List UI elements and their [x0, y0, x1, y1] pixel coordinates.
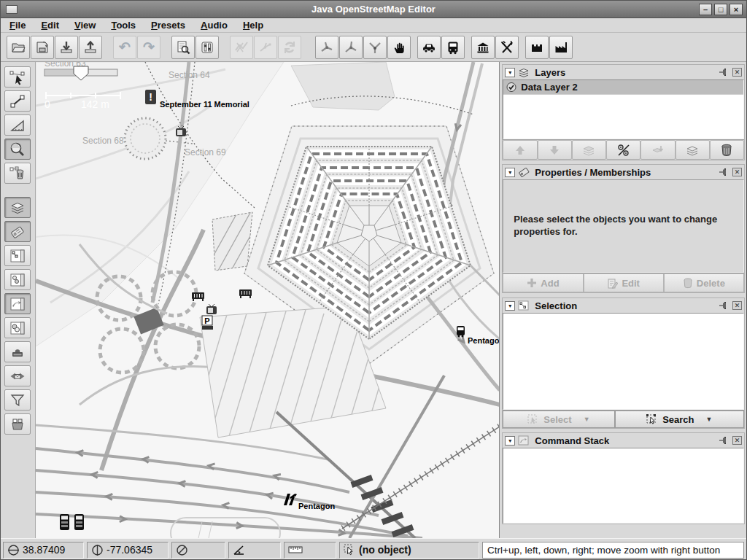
- changeset-panel-toggle[interactable]: [4, 413, 31, 435]
- download-button[interactable]: [55, 36, 78, 59]
- merge-node-button[interactable]: [363, 36, 387, 59]
- download-icon: [58, 39, 74, 55]
- collapse-icon[interactable]: ▾: [505, 68, 515, 77]
- map-styles-panel-toggle[interactable]: [4, 317, 31, 338]
- close-icon[interactable]: ✕: [732, 301, 742, 310]
- undo-button[interactable]: ↶: [113, 36, 136, 59]
- map-canvas[interactable]: Section 63 Section 64 Section 68 Section…: [36, 62, 499, 538]
- split-node-button[interactable]: [339, 36, 363, 59]
- properties-toolbar: Add Edit Delete: [503, 273, 744, 292]
- delete-tool[interactable]: [4, 163, 31, 184]
- dropdown-arrow-icon: ▼: [706, 416, 713, 423]
- window-title: Java OpenStreetMap Editor: [1, 4, 746, 15]
- menu-tools[interactable]: Tools: [111, 20, 136, 31]
- draw-node-tool[interactable]: [4, 90, 31, 112]
- menu-view[interactable]: View: [74, 20, 96, 31]
- close-icon[interactable]: ✕: [732, 68, 742, 77]
- menu-file[interactable]: File: [9, 20, 26, 31]
- works-preset-button[interactable]: [549, 36, 573, 59]
- save-button[interactable]: [31, 36, 54, 59]
- pin-icon[interactable]: [719, 301, 729, 310]
- duplicate-layer-button[interactable]: [676, 140, 710, 160]
- pin-icon[interactable]: [719, 436, 729, 445]
- menu-presets[interactable]: Presets: [151, 20, 185, 31]
- zoom-tool[interactable]: [4, 139, 31, 160]
- show-hide-layer-button[interactable]: [606, 140, 640, 160]
- properties-panel-toggle[interactable]: [4, 221, 31, 242]
- layer-name: Data Layer 2: [521, 82, 577, 93]
- castle-preset-button[interactable]: [525, 36, 549, 59]
- measure-tool[interactable]: [4, 114, 31, 136]
- parking-icon: P: [202, 316, 213, 330]
- layer-list: Data Layer 2: [503, 79, 744, 139]
- close-icon[interactable]: ✕: [732, 168, 742, 176]
- josm-window: Java OpenStreetMap Editor – □ × File Edi…: [0, 0, 747, 560]
- filter-panel-toggle[interactable]: [4, 389, 31, 411]
- split-way-icon: [233, 39, 249, 55]
- move-layer-up-button[interactable]: [503, 140, 537, 160]
- open-button[interactable]: [7, 36, 30, 59]
- maximize-button[interactable]: □: [714, 4, 727, 15]
- conflicts-panel-toggle[interactable]: [4, 365, 31, 386]
- layer-row[interactable]: Data Layer 2: [503, 80, 743, 95]
- properties-message: Please select the objects you want to ch…: [503, 179, 744, 273]
- menu-audio[interactable]: Audio: [201, 20, 228, 31]
- preferences-button[interactable]: [196, 36, 219, 59]
- pin-icon[interactable]: [719, 168, 729, 176]
- car-preset-button[interactable]: [417, 36, 441, 59]
- menu-help[interactable]: Help: [243, 20, 263, 31]
- layer-check-icon[interactable]: [506, 82, 517, 93]
- statusbar-help: Ctrl+up, left, down, right; move zoom wi…: [482, 542, 744, 559]
- menu-edit[interactable]: Edit: [41, 20, 59, 31]
- angle-field: [228, 542, 281, 559]
- restaurant-preset-button[interactable]: [495, 36, 519, 59]
- history-panel-toggle[interactable]: [4, 341, 31, 362]
- delete-layer-button[interactable]: [710, 140, 744, 160]
- move-layer-down-button[interactable]: [538, 140, 572, 160]
- latitude-field[interactable]: 38.87409: [3, 542, 84, 559]
- delete-property-button[interactable]: Delete: [664, 273, 744, 292]
- command-stack-panel-toggle[interactable]: [4, 293, 31, 314]
- select-button[interactable]: Select ▼: [503, 411, 614, 428]
- update-data-button[interactable]: [278, 36, 301, 59]
- layers-panel-toggle[interactable]: [4, 197, 31, 218]
- map-label-memorial: September 11 Memorial: [160, 100, 249, 109]
- bank-preset-button[interactable]: [471, 36, 495, 59]
- redo-button[interactable]: ↷: [137, 36, 160, 59]
- unglue-node-button[interactable]: [315, 36, 338, 59]
- minimize-button[interactable]: –: [699, 4, 712, 15]
- collapse-icon[interactable]: ▾: [505, 168, 515, 177]
- combine-way-button[interactable]: [254, 36, 277, 59]
- selection-list-icon: [9, 248, 26, 264]
- upload-button[interactable]: [79, 36, 102, 59]
- pin-icon[interactable]: [719, 68, 729, 77]
- select-tool[interactable]: [4, 66, 31, 88]
- redo-icon: ↷: [143, 39, 155, 55]
- close-icon[interactable]: ✕: [732, 436, 742, 445]
- scale-start: 0: [44, 98, 50, 110]
- search-cursor-icon: [646, 414, 658, 425]
- search-button[interactable]: Search ▼: [615, 411, 744, 428]
- close-button[interactable]: ×: [729, 4, 743, 15]
- collapse-icon[interactable]: ▾: [505, 301, 515, 311]
- castle-preset-icon: [529, 39, 545, 55]
- map-label-section64: Section 64: [169, 70, 210, 80]
- search-presets-button[interactable]: [171, 36, 195, 59]
- add-property-button[interactable]: Add: [503, 273, 583, 292]
- selection-toolbar: Select ▼ Search ▼: [503, 410, 744, 428]
- collapse-icon[interactable]: ▾: [505, 436, 515, 446]
- edit-property-button[interactable]: Edit: [584, 273, 664, 292]
- layers-icon: [9, 200, 26, 216]
- relations-panel-toggle[interactable]: [4, 269, 31, 290]
- longitude-field[interactable]: -77.06345: [87, 542, 169, 559]
- bus-preset-button[interactable]: [441, 36, 465, 59]
- pan-button[interactable]: [387, 36, 411, 59]
- command-stack-list[interactable]: [503, 448, 744, 524]
- object-info-value: (no object): [359, 544, 411, 556]
- layer-opacity-button[interactable]: [572, 140, 606, 160]
- command-stack-icon: [518, 435, 530, 446]
- selection-list[interactable]: [503, 313, 744, 410]
- split-way-button[interactable]: [230, 36, 253, 59]
- selection-panel-toggle[interactable]: [4, 245, 31, 266]
- merge-layer-button[interactable]: [640, 140, 675, 160]
